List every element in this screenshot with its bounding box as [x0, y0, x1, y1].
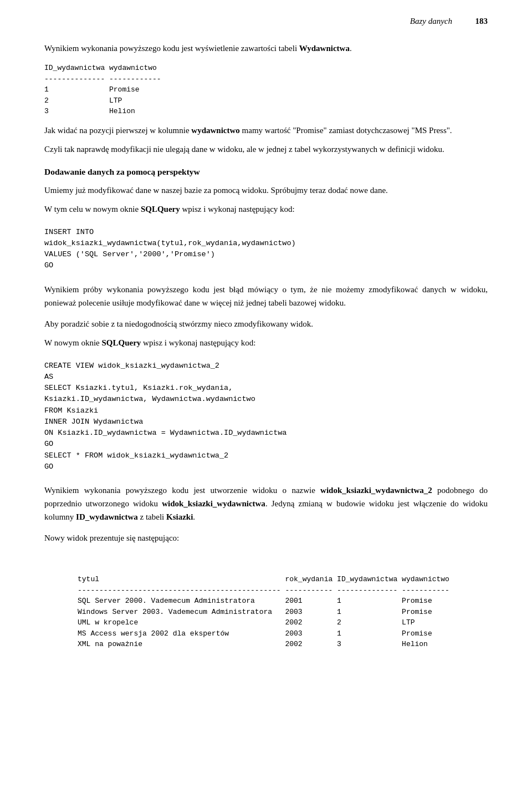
create-view-code-block: CREATE VIEW widok_ksiazki_wydawnictwa_2 …	[44, 357, 488, 476]
para1-mid: mamy wartość "Promise" zamiast dotychcza…	[240, 126, 452, 135]
para5-section: Wynikiem próby wykonania powyższego kodu…	[44, 283, 488, 309]
intro-para: Wynikiem wykonania powyższego kodu jest …	[44, 42, 488, 55]
para3: Umiemy już modyfikować dane w naszej baz…	[44, 184, 488, 197]
result-row-3: UML w kropelce 2002 2 LTP	[78, 617, 488, 628]
table-row-1: 1 Promise	[44, 84, 488, 95]
para2: Czyli tak naprawdę modyfikacji nie ulega…	[44, 143, 488, 156]
para7: W nowym oknie SQLQuery wpisz i wykonaj n…	[44, 336, 488, 349]
para7-bold: SQLQuery	[101, 338, 141, 347]
table-sep: -------------- ------------	[44, 74, 488, 85]
para1-section: Jak widać na pozycji pierwszej w kolumni…	[44, 124, 488, 156]
intro-section: Wynikiem wykonania powyższego kodu jest …	[44, 42, 488, 55]
para7-start: W nowym oknie	[44, 338, 101, 347]
para1: Jak widać na pozycji pierwszej w kolumni…	[44, 124, 488, 137]
table-header: ID_wydawnictwa wydawnictwo	[44, 63, 488, 74]
page-header: Bazy danych 183	[44, 17, 488, 28]
para4-start: W tym celu w nowym oknie	[44, 205, 141, 214]
para5: Wynikiem próby wykonania powyższego kodu…	[44, 283, 488, 309]
page-container: Bazy danych 183 Wynikiem wykonania powyż…	[0, 0, 532, 808]
insert-code-block: INSERT INTO widok_ksiazki_wydawnictwa(ty…	[44, 223, 488, 275]
result-row-1: SQL Server 2000. Vademecum Administrator…	[78, 596, 488, 607]
result-table-header: tytul rok_wydania ID_wydawnictwa wydawni…	[78, 574, 488, 585]
para9: Nowy widok prezentuje się następująco:	[44, 531, 488, 545]
para8: Wynikiem wykonania powyższego kodu jest …	[44, 484, 488, 524]
para1-start: Jak widać na pozycji pierwszej w kolumni…	[44, 126, 191, 135]
para4-end: wpisz i wykonaj następujący kod:	[180, 205, 295, 214]
para6: Aby poradzić sobie z ta niedogodnością s…	[44, 317, 488, 331]
para8-bold4: Ksiazki	[166, 512, 193, 521]
para8-end2: z tabeli	[138, 512, 166, 521]
intro-end: .	[350, 44, 352, 53]
para9-section: Nowy widok prezentuje się następująco:	[44, 531, 488, 545]
para3-section: Umiemy już modyfikować dane w naszej baz…	[44, 184, 488, 216]
para8-bold2: widok_ksiazki_wydawnictwa	[162, 499, 265, 508]
para4: W tym celu w nowym oknie SQLQuery wpisz …	[44, 202, 488, 216]
para1-bold: wydawnictwo	[191, 126, 240, 135]
para8-start: Wynikiem wykonania powyższego kodu jest …	[44, 486, 320, 495]
para7-end: wpisz i wykonaj następujący kod:	[141, 338, 255, 347]
para8-end3: .	[193, 512, 195, 521]
result-table: tytul rok_wydania ID_wydawnictwa wydawni…	[78, 552, 488, 650]
result-row-5: XML na poważnie 2002 3 Helion	[78, 639, 488, 650]
para6-section: Aby poradzić sobie z ta niedogodnością s…	[44, 317, 488, 349]
para8-section: Wynikiem wykonania powyższego kodu jest …	[44, 484, 488, 524]
section-heading-dodawanie: Dodawanie danych za pomocą perspektyw	[44, 167, 488, 177]
para8-bold1: widok_ksiazki_wydawnictwa_2	[320, 486, 432, 495]
result-row-4: MS Access wersja 2002 dla ekspertów 2003…	[78, 628, 488, 639]
table-row-2: 2 LTP	[44, 95, 488, 106]
para4-bold: SQLQuery	[141, 205, 180, 214]
page-number: 183	[466, 17, 488, 26]
intro-bold: Wydawnictwa	[299, 44, 350, 53]
intro-text: Wynikiem wykonania powyższego kodu jest …	[44, 44, 299, 53]
wydawnictwa-table: ID_wydawnictwa wydawnictwo--------------…	[44, 63, 488, 117]
header-title: Bazy danych	[44, 17, 466, 26]
table-row-3: 3 Helion	[44, 106, 488, 117]
result-table-sep: ----------------------------------------…	[78, 585, 488, 596]
result-row-2: Windows Server 2003. Vademecum Administr…	[78, 607, 488, 618]
para8-bold3: ID_wydawnictwa	[76, 512, 138, 521]
